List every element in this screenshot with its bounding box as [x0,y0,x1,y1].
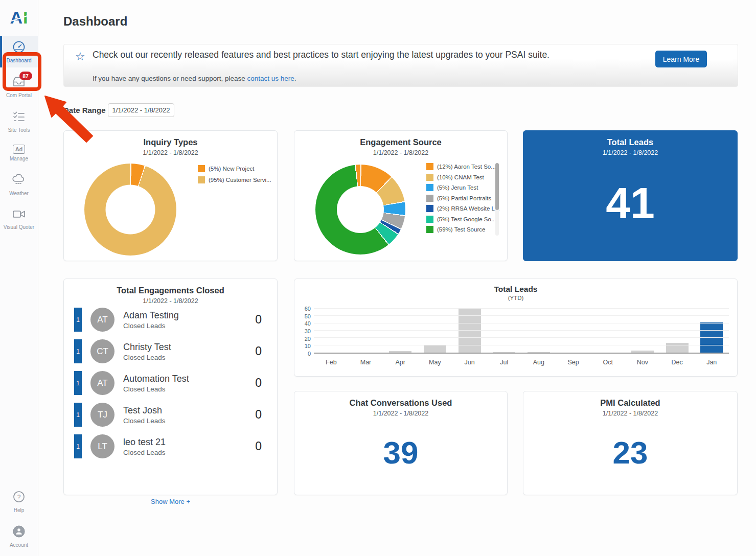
sidebar-item-label: Visual Quoter [4,224,34,230]
legend-item: (10%) CNAM Test [426,174,500,181]
sidebar-item-dashboard[interactable]: Dashboard [0,36,38,67]
legend-label: (59%) Test Source [437,226,485,233]
x-tick-label: Nov [625,359,660,366]
chat-conversations-card: Chat Conversations Used 1/1/2022 - 1/8/2… [294,391,508,495]
sidebar-item-manage[interactable]: Ad Manage [0,140,38,166]
card-subtitle: 1/1/2022 - 1/8/2022 [523,410,737,417]
show-more-link[interactable]: Show More + [74,498,267,505]
x-tick-label: Jun [452,359,487,366]
closed-leads-value: 0 [255,408,262,422]
legend-swatch [426,195,433,202]
card-subtitle: 1/1/2022 - 1/8/2022 [64,297,277,305]
dashboard-page: A I Dashboard 87 [0,0,756,556]
card-subtitle: 1/1/2022 - 1/8/2022 [523,149,737,156]
legend-item: (5%) Partial Portraits [426,195,500,202]
list-item: 1 AT Adam TestingClosed Leads 0 [74,308,267,332]
engagement-donut-chart [315,165,405,254]
pmi-calculated-value: 23 [523,434,737,471]
sidebar-item-com-portal[interactable]: 87 Com Portal [0,71,38,102]
card-subtitle: 1/1/2022 - 1/8/2022 [294,149,507,156]
sidebar-item-help[interactable]: ? Help [0,485,38,517]
y-tick-label: 60 [305,306,311,312]
list-item: 1 AT Automation TestClosed Leads 0 [74,371,267,395]
legend-scrollbar[interactable] [495,163,499,236]
video-camera-icon [11,208,27,222]
rank-badge: 1 [74,434,82,458]
question-circle-icon: ? [12,490,26,505]
card-subtitle: 1/1/2022 - 1/8/2022 [64,149,277,156]
x-tick-label: Apr [383,359,418,366]
list-item: 1 TJ Test JoshClosed Leads 0 [74,403,267,427]
sidebar-item-weather[interactable]: Weather [0,169,38,200]
bar-chart-y-axis: 0102030405060 [297,309,311,354]
rank-badge: 1 [74,308,82,332]
legend-swatch [426,216,433,223]
bar-jul [493,352,515,353]
rank-badge: 1 [74,371,82,395]
sidebar-item-label: Dashboard [7,58,32,63]
x-tick-label: Mar [349,359,383,366]
x-tick-label: Sep [556,359,591,366]
person-sub: Closed Leads [123,417,166,425]
card-title: Inquiry Types [64,137,277,147]
legend-item: (12%) Aaron Test So... [426,163,500,170]
gridline [314,323,729,323]
support-suffix: . [294,75,296,82]
gridline [314,308,729,309]
legend-swatch [198,176,205,183]
x-tick-label: Jan [694,359,729,366]
sidebar-item-account[interactable]: Account [0,520,38,552]
date-range-input[interactable] [108,103,174,117]
avatar: LT [90,434,114,458]
x-tick-label: Oct [590,359,625,366]
contact-us-link[interactable]: contact us here [247,75,294,82]
sidebar-item-label: Help [14,507,25,513]
sidebar-item-label: Manage [10,156,28,161]
chat-conversations-value: 39 [294,434,507,471]
sidebar-item-site-tools[interactable]: Site Tools [0,105,38,137]
card-title: Chat Conversations Used [294,398,507,408]
legend-label: (95%) Customer Servi... [209,177,271,183]
legend-label: (10%) CNAM Test [437,174,484,180]
y-tick-label: 40 [305,320,311,327]
sidebar: A I Dashboard 87 [0,0,38,556]
legend-scrollbar-thumb[interactable] [495,163,499,210]
rank-badge: 1 [74,403,82,427]
person-sub: Closed Leads [123,322,179,330]
x-tick-label: Jul [487,359,521,366]
closed-leads-value: 0 [255,344,262,358]
person-name: Christy Test [123,342,171,353]
donut-hole [106,185,155,235]
gauge-icon [12,40,26,56]
card-title: Total Engagements Closed [64,286,277,295]
svg-text:?: ? [17,494,21,501]
person-sub: Closed Leads [123,354,171,361]
sidebar-item-visual-quoter[interactable]: Visual Quoter [0,203,38,234]
app-logo: A I [10,6,28,29]
card-title: Engagement Source [294,137,507,147]
gridline [314,330,729,331]
learn-more-button[interactable]: Learn More [655,51,707,67]
engagement-legend: (12%) Aaron Test So...(10%) CNAM Test(5%… [426,163,500,233]
legend-swatch [426,226,433,233]
gridline [314,315,729,316]
list-item: 1 LT leo test 21Closed Leads 0 [74,434,267,458]
avatar: CT [90,339,114,363]
checklist-icon [12,110,26,125]
date-range-label: Date Range [63,106,106,114]
sidebar-item-label: Com Portal [6,92,32,98]
star-icon: ☆ [75,50,85,63]
legend-swatch [426,163,433,170]
support-prefix: If you have any questions or need suppor… [93,75,247,82]
gridline [314,345,729,345]
sidebar-item-label: Weather [9,191,29,196]
legend-item: (95%) Customer Servi... [198,176,271,183]
person-name: leo test 21 [123,437,166,448]
inquiry-donut-chart [84,164,176,256]
total-leads-card: Total Leads 1/1/2022 - 1/8/2022 41 [523,130,738,261]
com-portal-badge: 87 [19,72,32,80]
card-subtitle: 1/1/2022 - 1/8/2022 [294,410,507,417]
page-title: Dashboard [63,14,127,29]
total-engagements-closed-card: Total Engagements Closed 1/1/2022 - 1/8/… [63,279,278,495]
y-tick-label: 20 [305,336,311,342]
